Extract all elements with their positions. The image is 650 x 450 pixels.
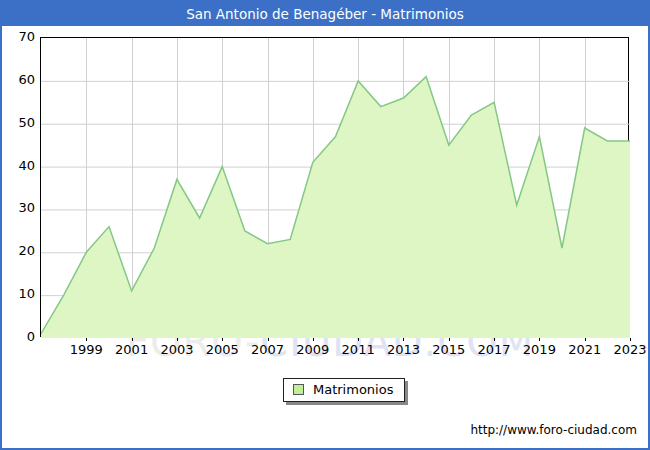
x-tick-label: 2003 <box>155 342 199 358</box>
y-tick-label: 0 <box>2 329 35 345</box>
x-axis-tick <box>313 338 314 341</box>
x-tick-label: 2015 <box>427 342 471 358</box>
x-axis-tick <box>585 338 586 341</box>
x-tick-label: 2001 <box>110 342 154 358</box>
x-axis-tick <box>132 338 133 341</box>
x-axis-tick <box>358 338 359 341</box>
x-axis-tick <box>539 338 540 341</box>
chart-canvas: FORO-CIUDAD.COM Matrimonios http://www.f… <box>2 2 648 448</box>
x-tick-label: 1999 <box>64 342 108 358</box>
plot-area <box>40 37 629 337</box>
y-tick-label: 60 <box>2 72 35 88</box>
x-tick-label: 2007 <box>246 342 290 358</box>
x-tick-label: 2009 <box>291 342 335 358</box>
area-series-fill <box>41 77 630 338</box>
x-axis-tick <box>449 338 450 341</box>
y-tick-label: 20 <box>2 243 35 259</box>
legend: Matrimonios <box>283 378 405 402</box>
legend-swatch-icon <box>293 384 304 395</box>
x-tick-label: 2005 <box>200 342 244 358</box>
y-tick-label: 70 <box>2 29 35 45</box>
x-axis-tick <box>494 338 495 341</box>
x-axis-tick <box>630 338 631 341</box>
x-axis-tick <box>86 338 87 341</box>
x-tick-label: 2021 <box>563 342 607 358</box>
y-tick-label: 10 <box>2 286 35 302</box>
x-tick-label: 2011 <box>336 342 380 358</box>
x-tick-label: 2017 <box>472 342 516 358</box>
x-axis-tick <box>268 338 269 341</box>
y-tick-label: 30 <box>2 200 35 216</box>
chart-frame: San Antonio de Benagéber - Matrimonios F… <box>0 0 650 450</box>
y-tick-label: 50 <box>2 115 35 131</box>
y-tick-label: 40 <box>2 158 35 174</box>
x-axis-tick <box>403 338 404 341</box>
x-tick-label: 2013 <box>381 342 425 358</box>
x-axis-tick <box>177 338 178 341</box>
x-tick-label: 2023 <box>608 342 650 358</box>
x-axis-tick <box>222 338 223 341</box>
x-tick-label: 2019 <box>517 342 561 358</box>
chart-svg <box>41 38 630 338</box>
footer-url-link[interactable]: http://www.foro-ciudad.com <box>470 423 637 437</box>
legend-label: Matrimonios <box>313 382 393 397</box>
